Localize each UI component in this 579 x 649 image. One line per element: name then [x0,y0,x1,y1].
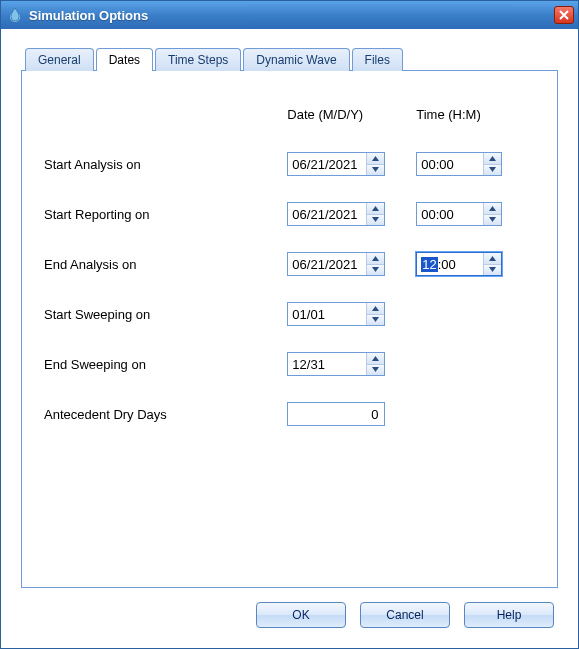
chevron-up-icon [489,256,496,261]
tab-general[interactable]: General [25,48,94,71]
app-icon [7,7,23,23]
tabstrip: General Dates Time Steps Dynamic Wave Fi… [25,47,558,70]
dry-days-value[interactable] [288,403,384,425]
spin-down-button[interactable] [367,315,384,326]
spin-down-button[interactable] [367,165,384,176]
chevron-down-icon [372,317,379,322]
spin-up-button[interactable] [367,353,384,365]
end-sweeping-date-input[interactable]: 12/31 [287,352,385,376]
spin-up-button[interactable] [367,303,384,315]
tab-dynamic-wave[interactable]: Dynamic Wave [243,48,349,71]
simulation-options-window: Simulation Options General Dates Time St… [0,0,579,649]
spin-up-button[interactable] [484,153,501,165]
tab-dates[interactable]: Dates [96,48,153,71]
help-button[interactable]: Help [464,602,554,628]
tab-label: Dynamic Wave [256,53,336,67]
chevron-up-icon [489,156,496,161]
chevron-up-icon [372,156,379,161]
spin-down-button[interactable] [367,365,384,376]
tab-time-steps[interactable]: Time Steps [155,48,241,71]
start-sweeping-date-input[interactable]: 01/01 [287,302,385,326]
antecedent-dry-days-input[interactable] [287,402,385,426]
field-label: End Sweeping on [44,339,287,389]
spin-down-button[interactable] [367,265,384,276]
time-selected-segment: 12 [421,257,437,272]
field-label: End Analysis on [44,239,287,289]
window-title: Simulation Options [29,8,554,23]
spin-down-button[interactable] [484,265,501,276]
field-label: Start Sweeping on [44,289,287,339]
row-end-analysis: End Analysis on 06/21/2021 12:00 [44,239,535,289]
column-header-time: Time (H:M) [416,89,535,139]
chevron-up-icon [489,206,496,211]
tabpanel-dates: Date (M/D/Y) Time (H:M) Start Analysis o… [21,70,558,588]
chevron-down-icon [372,217,379,222]
spin-up-button[interactable] [367,203,384,215]
chevron-up-icon [372,206,379,211]
spin-up-button[interactable] [367,253,384,265]
chevron-down-icon [489,267,496,272]
tab-label: Files [365,53,390,67]
row-start-sweeping: Start Sweeping on 01/01 [44,289,535,339]
row-dry-days: Antecedent Dry Days [44,389,535,439]
chevron-down-icon [372,167,379,172]
field-label: Antecedent Dry Days [44,389,287,439]
close-icon [559,10,569,20]
start-reporting-time-input[interactable]: 00:00 [416,202,502,226]
spin-down-button[interactable] [484,215,501,226]
spin-down-button[interactable] [367,215,384,226]
tab-label: General [38,53,81,67]
chevron-down-icon [489,217,496,222]
field-label: Start Reporting on [44,189,287,239]
spin-up-button[interactable] [484,203,501,215]
spin-up-button[interactable] [484,253,501,265]
field-label: Start Analysis on [44,139,287,189]
chevron-up-icon [372,256,379,261]
button-bar: OK Cancel Help [21,588,558,636]
titlebar[interactable]: Simulation Options [1,1,578,29]
chevron-down-icon [489,167,496,172]
column-header-date: Date (M/D/Y) [287,89,416,139]
start-analysis-time-input[interactable]: 00:00 [416,152,502,176]
row-start-analysis: Start Analysis on 06/21/2021 00:00 [44,139,535,189]
start-reporting-date-input[interactable]: 06/21/2021 [287,202,385,226]
chevron-down-icon [372,367,379,372]
row-end-sweeping: End Sweeping on 12/31 [44,339,535,389]
chevron-up-icon [372,306,379,311]
spin-up-button[interactable] [367,153,384,165]
close-button[interactable] [554,6,574,24]
end-analysis-time-input[interactable]: 12:00 [416,252,502,276]
end-analysis-date-input[interactable]: 06/21/2021 [287,252,385,276]
start-analysis-date-input[interactable]: 06/21/2021 [287,152,385,176]
chevron-down-icon [372,267,379,272]
spin-down-button[interactable] [484,165,501,176]
client-area: General Dates Time Steps Dynamic Wave Fi… [1,29,578,648]
tab-label: Time Steps [168,53,228,67]
ok-button[interactable]: OK [256,602,346,628]
chevron-up-icon [372,356,379,361]
tab-label: Dates [109,53,140,67]
row-start-reporting: Start Reporting on 06/21/2021 00:00 [44,189,535,239]
cancel-button[interactable]: Cancel [360,602,450,628]
tab-files[interactable]: Files [352,48,403,71]
